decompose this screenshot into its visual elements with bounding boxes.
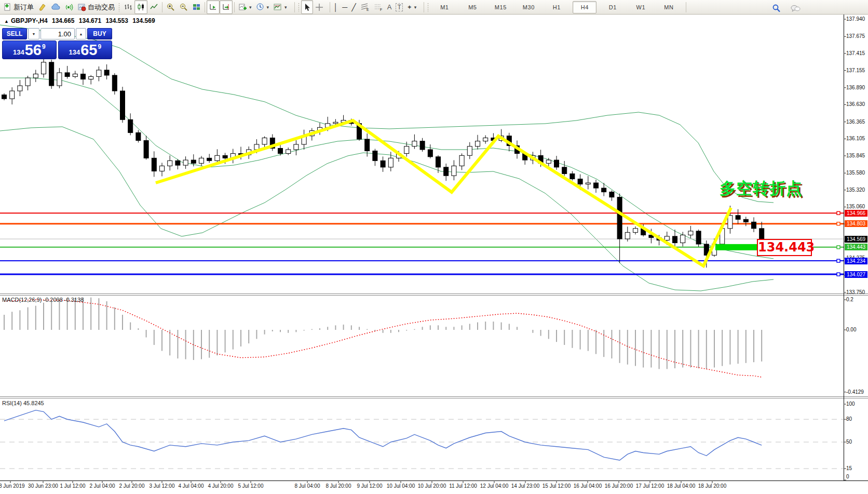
- candle-body: [278, 148, 283, 153]
- sell-price-pip: 9: [42, 43, 46, 50]
- timeframe-button-h4[interactable]: H4: [573, 1, 596, 14]
- candle-body: [388, 158, 393, 167]
- autotrading-button[interactable]: 自动交易: [75, 0, 117, 14]
- candle-body: [57, 73, 62, 86]
- symbol-name: GBPJPY-,H4: [11, 17, 48, 24]
- chart-shift-button[interactable]: [207, 0, 220, 14]
- new-chart-button[interactable]: ▾: [236, 0, 254, 14]
- spin-up-icon: ▲: [79, 32, 83, 36]
- toolbar-drag-handle[interactable]: [118, 3, 120, 12]
- level-price-label[interactable]: 134.569: [845, 236, 867, 243]
- fibo-expansion-icon: F: [374, 3, 383, 11]
- level-handle-134.966[interactable]: [837, 211, 840, 215]
- candle-body: [81, 74, 86, 79]
- timeframe-button-m15[interactable]: M15: [489, 1, 512, 14]
- autotrading-icon: [77, 3, 86, 11]
- macd-tick-label: -0.4129: [846, 389, 864, 395]
- timeframe-button-m5[interactable]: M5: [460, 1, 484, 14]
- cursor-icon: [303, 3, 311, 11]
- toolbar-drag-handle-2[interactable]: [297, 3, 300, 12]
- line-chart-button[interactable]: [147, 0, 160, 14]
- crosshair-icon: [315, 3, 323, 11]
- buy-button[interactable]: BUY: [87, 28, 112, 39]
- svg-text:F: F: [380, 8, 382, 11]
- fibonacci-icon: E: [360, 3, 370, 11]
- trendline-tool-button[interactable]: ╱: [349, 0, 358, 14]
- cursor-tool-button[interactable]: [301, 0, 313, 14]
- panel-collapse-toggle[interactable]: ▲: [4, 19, 9, 24]
- timeframe-button-mn[interactable]: MN: [657, 1, 681, 14]
- timeframe-button-m1[interactable]: M1: [432, 1, 456, 14]
- buy-price-pip: 9: [98, 43, 101, 50]
- marker-tool-button[interactable]: [36, 0, 49, 14]
- fibo-expansion-tool-button[interactable]: F: [372, 0, 385, 14]
- main-toolbar: 新订单 自动交易: [0, 0, 868, 15]
- new-order-label: 新订单: [13, 3, 34, 12]
- ohlc-high: 134.671: [79, 17, 101, 24]
- zoom-in-button[interactable]: [164, 0, 177, 14]
- fibonacci-tool-button[interactable]: E: [358, 0, 372, 14]
- sound-button[interactable]: [62, 0, 75, 14]
- cloud-button[interactable]: [49, 0, 62, 14]
- timeframe-button-d1[interactable]: D1: [601, 1, 625, 14]
- timeframe-button-w1[interactable]: W1: [629, 1, 653, 14]
- new-order-button[interactable]: 新订单: [1, 0, 36, 14]
- crosshair-tool-button[interactable]: [313, 0, 326, 14]
- templates-button[interactable]: ▾: [271, 0, 289, 14]
- candle-body: [436, 157, 441, 167]
- level-price-label[interactable]: 134.443: [845, 244, 867, 250]
- horizontal-line-tool-button[interactable]: ─: [340, 0, 349, 14]
- candle-body: [554, 160, 559, 167]
- level-handle-134.443[interactable]: [837, 246, 840, 249]
- timeframe-button-h1[interactable]: H1: [545, 1, 568, 14]
- volume-increase-button[interactable]: ▲: [76, 28, 86, 39]
- arrows-tool-button[interactable]: ✦ ▾: [405, 0, 419, 14]
- buy-price-box[interactable]: 134659: [58, 41, 113, 59]
- candle-body: [175, 161, 180, 165]
- rsi-tick-label: 80: [846, 416, 852, 422]
- candle-body: [381, 161, 385, 167]
- clock-icon: [256, 3, 265, 11]
- zoom-out-button[interactable]: [177, 0, 190, 14]
- sell-button[interactable]: SELL: [2, 28, 27, 39]
- volume-input[interactable]: [40, 28, 75, 39]
- level-handle-134.027[interactable]: [837, 273, 840, 276]
- toolbar-drag-handle-3[interactable]: [427, 3, 429, 12]
- price-tick-label: 135.060: [846, 204, 865, 209]
- macd-name: MACD(12,26,9): [2, 297, 42, 303]
- auto-scroll-button[interactable]: [220, 0, 233, 14]
- timeframe-button-m30[interactable]: M30: [517, 1, 540, 14]
- candle-body: [594, 183, 599, 188]
- level-price-label[interactable]: 134.966: [845, 210, 867, 217]
- volume-decrease-button[interactable]: ▼: [28, 28, 39, 39]
- candle-body: [33, 74, 38, 78]
- search-button[interactable]: [769, 1, 783, 15]
- candlestick-chart-icon: [137, 3, 145, 11]
- periods-button[interactable]: ▾: [254, 0, 272, 14]
- price-tick-label: 136.105: [846, 136, 865, 141]
- turning-point-annotation[interactable]: 多空转折点: [720, 178, 803, 199]
- vertical-line-tool-button[interactable]: │: [332, 0, 341, 14]
- tile-windows-button[interactable]: [190, 0, 203, 14]
- candle-body: [89, 76, 93, 79]
- level-price-label[interactable]: 134.234: [845, 258, 867, 264]
- candlestick-chart-button[interactable]: [134, 0, 147, 14]
- candle-body: [42, 62, 46, 74]
- text-label-tool-button[interactable]: T: [394, 0, 404, 14]
- candle-body: [483, 138, 488, 141]
- price-tick-label: 136.890: [846, 85, 865, 90]
- text-tool-button[interactable]: A: [385, 0, 394, 14]
- chat-button[interactable]: [788, 1, 803, 15]
- bar-chart-button[interactable]: [121, 0, 134, 14]
- candle-body: [586, 183, 590, 184]
- templates-caret-icon: ▾: [284, 5, 287, 10]
- level-handle-134.803[interactable]: [837, 222, 840, 225]
- level-price-label[interactable]: 134.027: [845, 271, 867, 278]
- level-price-label[interactable]: 134.803: [845, 220, 867, 227]
- candle-body: [760, 229, 764, 239]
- level-handle-134.234[interactable]: [837, 259, 840, 262]
- sell-price-box[interactable]: 134569: [2, 41, 57, 59]
- candle-body: [752, 222, 756, 229]
- macd-tick-label: 0.00: [846, 327, 856, 332]
- price-callout-box[interactable]: 134.443: [757, 239, 812, 256]
